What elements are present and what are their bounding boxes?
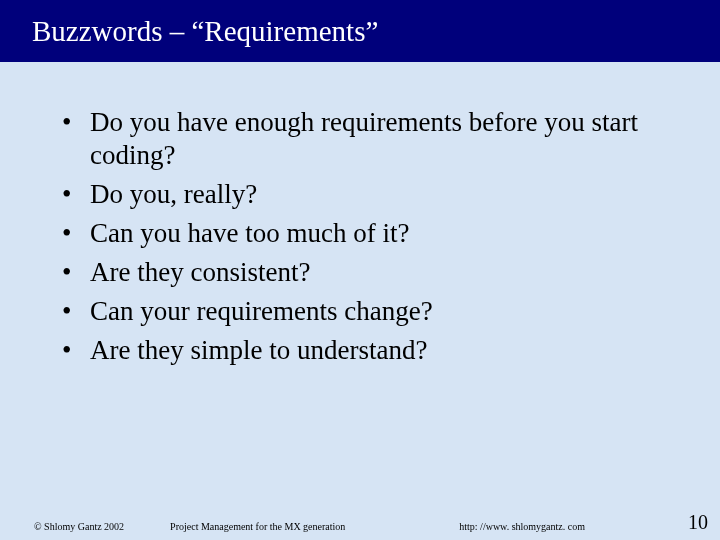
bullet-list: Do you have enough requirements before y…	[62, 106, 680, 367]
list-item: Do you have enough requirements before y…	[62, 106, 680, 172]
list-item: Can you have too much of it?	[62, 217, 680, 250]
title-bar: Buzzwords – “Requirements”	[0, 0, 720, 62]
footer: © Shlomy Gantz 2002 Project Management f…	[0, 521, 720, 532]
list-item: Can your requirements change?	[62, 295, 680, 328]
footer-center: Project Management for the MX generation	[170, 521, 345, 532]
slide-body: Do you have enough requirements before y…	[0, 62, 720, 367]
footer-copyright: © Shlomy Gantz 2002	[34, 521, 124, 532]
slide-title: Buzzwords – “Requirements”	[32, 15, 378, 48]
list-item: Do you, really?	[62, 178, 680, 211]
list-item: Are they simple to understand?	[62, 334, 680, 367]
footer-url: http: //www. shlomygantz. com	[459, 521, 585, 532]
list-item: Are they consistent?	[62, 256, 680, 289]
page-number: 10	[688, 511, 708, 534]
